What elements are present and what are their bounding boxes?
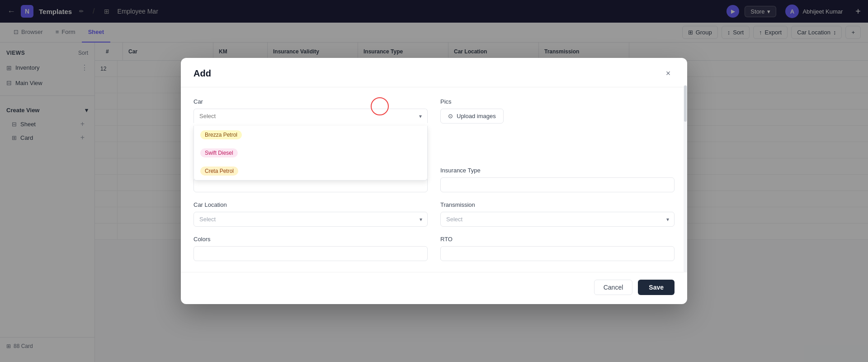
car-location-label: Car Location [193, 201, 428, 208]
insurance-type-field: Insurance Type [440, 167, 675, 192]
modal-footer: Cancel Save [181, 272, 687, 304]
car-input[interactable] [194, 109, 414, 123]
rto-input[interactable] [440, 246, 675, 261]
modal-scrollbar-thumb [684, 86, 687, 122]
colors-field: Colors [193, 236, 428, 261]
upload-icon: ⊙ [448, 113, 453, 119]
car-option-creta[interactable]: Creta Petrol [194, 162, 427, 180]
car-location-select-wrapper: Select ▾ [193, 212, 428, 227]
car-chevron-icon: ▾ [414, 110, 427, 123]
pics-label: Pics [440, 98, 675, 105]
car-location-select[interactable]: Select [193, 212, 428, 227]
add-modal: Add × Car ▾ Brezza Petrol [181, 58, 687, 304]
swift-badge: Swift Diesel [200, 148, 238, 157]
brezza-badge: Brezza Petrol [200, 130, 242, 139]
cancel-button[interactable]: Cancel [594, 280, 633, 295]
car-label: Car [193, 98, 428, 105]
colors-input[interactable] [193, 246, 428, 261]
car-dropdown: Brezza Petrol Swift Diesel Creta Petrol [193, 126, 428, 181]
transmission-label: Transmission [440, 201, 675, 208]
car-field: Car ▾ Brezza Petrol Swift Diesel [193, 98, 428, 124]
upload-images-button[interactable]: ⊙ Upload images [440, 109, 504, 124]
modal-overlay[interactable]: Add × Car ▾ Brezza Petrol [0, 0, 868, 362]
car-location-field: Car Location Select ▾ [193, 201, 428, 227]
pics-field: Pics ⊙ Upload images [440, 98, 675, 124]
car-dropdown-container: ▾ Brezza Petrol Swift Diesel Creta Petro… [193, 109, 428, 123]
insurance-type-input[interactable] [440, 177, 675, 192]
car-option-swift[interactable]: Swift Diesel [194, 144, 427, 162]
colors-label: Colors [193, 236, 428, 243]
save-button[interactable]: Save [638, 280, 675, 295]
modal-body: Car ▾ Brezza Petrol Swift Diesel [181, 87, 687, 272]
km-row-spacer [440, 133, 675, 158]
transmission-field: Transmission Select ▾ [440, 201, 675, 227]
rto-field: RTO [440, 236, 675, 261]
creta-badge: Creta Petrol [200, 167, 238, 176]
modal-close-button[interactable]: × [662, 67, 675, 80]
rto-label: RTO [440, 236, 675, 243]
modal-header: Add × [181, 58, 687, 87]
modal-title: Add [193, 68, 211, 79]
car-option-brezza[interactable]: Brezza Petrol [194, 126, 427, 144]
car-input-wrapper: ▾ [193, 109, 428, 123]
insurance-type-label: Insurance Type [440, 167, 675, 174]
modal-scrollbar[interactable] [684, 85, 687, 272]
transmission-select-wrapper: Select ▾ [440, 212, 675, 227]
transmission-select[interactable]: Select [440, 212, 675, 227]
